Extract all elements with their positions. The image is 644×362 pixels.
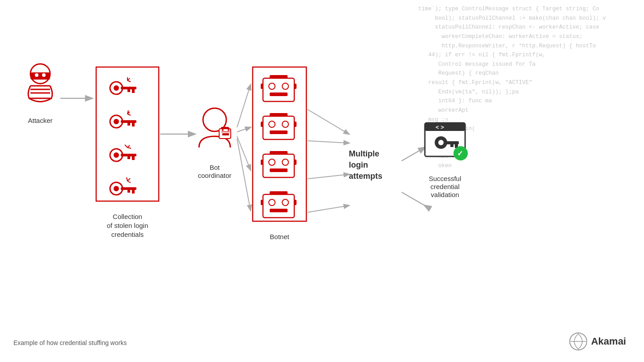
svg-rect-37 bbox=[132, 190, 135, 194]
arrow-bot-1 bbox=[237, 85, 250, 127]
svg-rect-56 bbox=[294, 84, 297, 89]
svg-point-75 bbox=[269, 199, 275, 206]
arrow-botnet-login-mid bbox=[308, 141, 349, 143]
svg-point-68 bbox=[282, 159, 288, 165]
key-icon-2 bbox=[110, 110, 136, 128]
svg-rect-38 bbox=[127, 190, 130, 193]
svg-rect-69 bbox=[270, 168, 288, 172]
bottom-caption: Example of how credential stuffing works bbox=[13, 339, 127, 346]
akamai-logo: Akamai bbox=[569, 332, 626, 351]
svg-point-3 bbox=[42, 73, 46, 77]
arrow-bot-4 bbox=[237, 139, 250, 210]
svg-point-27 bbox=[114, 152, 119, 158]
svg-rect-77 bbox=[270, 209, 288, 212]
svg-text:coordinator: coordinator bbox=[198, 172, 231, 179]
svg-rect-64 bbox=[294, 122, 297, 127]
svg-point-11 bbox=[114, 85, 119, 91]
svg-rect-80 bbox=[294, 200, 297, 205]
svg-rect-21 bbox=[132, 123, 135, 126]
svg-text:credential: credential bbox=[430, 183, 459, 190]
svg-rect-79 bbox=[261, 200, 263, 205]
arrow-to-key-upper bbox=[402, 147, 425, 161]
svg-text:of stolen login: of stolen login bbox=[107, 222, 148, 229]
svg-rect-72 bbox=[294, 160, 297, 165]
svg-point-76 bbox=[282, 199, 288, 206]
key-icon-3 bbox=[110, 145, 136, 161]
akamai-icon bbox=[569, 332, 588, 351]
credential-validation-icon: < > ✓ bbox=[425, 123, 468, 160]
svg-rect-30 bbox=[127, 156, 130, 159]
svg-rect-14 bbox=[127, 89, 130, 92]
svg-line-8 bbox=[127, 80, 131, 82]
svg-line-33 bbox=[127, 177, 127, 181]
svg-text:credentials: credentials bbox=[111, 231, 144, 238]
svg-rect-12 bbox=[121, 87, 136, 89]
botnet-label: Botnet bbox=[270, 233, 289, 240]
akamai-text: Akamai bbox=[591, 336, 626, 347]
arrow-botnet-login-upper bbox=[308, 109, 349, 134]
svg-rect-29 bbox=[132, 156, 135, 160]
svg-rect-57 bbox=[263, 116, 294, 139]
svg-point-19 bbox=[114, 119, 119, 124]
svg-rect-84 bbox=[425, 123, 465, 131]
svg-point-87 bbox=[438, 140, 444, 145]
arrow-bot-2 bbox=[237, 127, 250, 132]
key-icon-4 bbox=[110, 177, 136, 195]
svg-point-67 bbox=[269, 159, 275, 165]
svg-text:login: login bbox=[349, 160, 368, 169]
svg-point-70 bbox=[277, 151, 280, 155]
svg-point-35 bbox=[114, 186, 119, 191]
svg-point-52 bbox=[282, 83, 288, 89]
robot-icon-3 bbox=[261, 151, 297, 177]
svg-line-25 bbox=[125, 145, 127, 147]
key-icon-1 bbox=[110, 77, 136, 94]
svg-point-60 bbox=[282, 121, 288, 127]
svg-rect-43 bbox=[221, 127, 229, 129]
svg-line-32 bbox=[127, 181, 131, 183]
svg-point-46 bbox=[222, 129, 224, 131]
robot-icon-1 bbox=[261, 75, 297, 101]
svg-rect-20 bbox=[121, 120, 136, 123]
bot-coordinator-icon bbox=[199, 108, 231, 147]
svg-text:< >: < > bbox=[436, 124, 444, 130]
svg-rect-45 bbox=[222, 133, 229, 135]
arrow-bot-3 bbox=[237, 136, 250, 170]
svg-rect-65 bbox=[263, 154, 294, 177]
svg-rect-13 bbox=[132, 89, 135, 93]
attacker-label: Attacker bbox=[28, 117, 52, 124]
robot-icon-2 bbox=[261, 113, 297, 139]
arrow-botnet-login-lower bbox=[308, 174, 349, 179]
svg-point-62 bbox=[277, 113, 280, 117]
svg-rect-71 bbox=[261, 160, 263, 165]
svg-rect-61 bbox=[270, 130, 288, 134]
svg-text:✓: ✓ bbox=[457, 150, 463, 157]
svg-line-16 bbox=[127, 114, 131, 115]
svg-point-54 bbox=[277, 75, 280, 79]
arrow-to-key-lower bbox=[402, 192, 425, 206]
svg-point-59 bbox=[269, 121, 275, 127]
svg-text:attempts: attempts bbox=[349, 172, 382, 181]
botnet-box bbox=[253, 67, 306, 221]
svg-point-78 bbox=[277, 191, 280, 195]
bot-coordinator-label: Bot bbox=[210, 164, 220, 171]
credentials-label: Collection bbox=[113, 213, 142, 220]
svg-rect-63 bbox=[261, 122, 263, 127]
svg-point-47 bbox=[228, 129, 229, 131]
arrow-botnet-login-bottom bbox=[308, 206, 349, 212]
svg-rect-73 bbox=[263, 194, 294, 218]
robot-icon-4 bbox=[261, 191, 297, 218]
svg-rect-49 bbox=[263, 78, 294, 101]
multiple-login-label: Multiple bbox=[349, 149, 379, 158]
svg-rect-22 bbox=[127, 123, 130, 126]
svg-rect-53 bbox=[270, 93, 288, 96]
svg-rect-36 bbox=[121, 187, 136, 190]
attacker-icon bbox=[28, 64, 52, 102]
svg-rect-88 bbox=[445, 141, 459, 144]
svg-rect-90 bbox=[450, 144, 453, 147]
svg-rect-55 bbox=[261, 84, 263, 89]
svg-text:validation: validation bbox=[431, 191, 459, 198]
svg-point-51 bbox=[269, 83, 275, 89]
svg-line-31 bbox=[127, 178, 130, 181]
svg-rect-1 bbox=[30, 72, 50, 80]
successful-label: Successful bbox=[429, 175, 462, 182]
